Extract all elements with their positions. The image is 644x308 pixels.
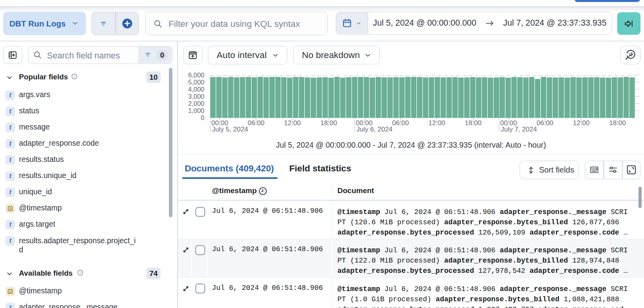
svg-text:2,000: 2,000 xyxy=(188,100,204,107)
svg-text:July 6, 2024: July 6, 2024 xyxy=(356,126,393,133)
svg-text:?: ? xyxy=(73,75,75,78)
svg-text:5,000: 5,000 xyxy=(188,79,204,86)
svg-text:18:00: 18:00 xyxy=(609,119,626,127)
svg-text:July 7, 2024: July 7, 2024 xyxy=(501,126,537,133)
svg-text:?: ? xyxy=(79,271,81,274)
svg-text:06:00: 06:00 xyxy=(392,119,409,127)
svg-text:06:00: 06:00 xyxy=(248,119,265,127)
svg-text:July 5, 2024: July 5, 2024 xyxy=(212,126,248,133)
svg-text:1,000: 1,000 xyxy=(188,107,204,114)
svg-text:18:00: 18:00 xyxy=(465,119,482,127)
svg-text:12:00: 12:00 xyxy=(284,119,301,127)
svg-text:12:00: 12:00 xyxy=(573,119,590,127)
svg-text:12:00: 12:00 xyxy=(429,119,446,127)
svg-text:6,000: 6,000 xyxy=(188,71,204,79)
svg-text:3,000: 3,000 xyxy=(188,93,204,100)
svg-text:0: 0 xyxy=(201,114,204,121)
svg-text:4,000: 4,000 xyxy=(188,86,204,93)
svg-text:06:00: 06:00 xyxy=(537,119,554,127)
svg-text:18:00: 18:00 xyxy=(320,119,337,127)
